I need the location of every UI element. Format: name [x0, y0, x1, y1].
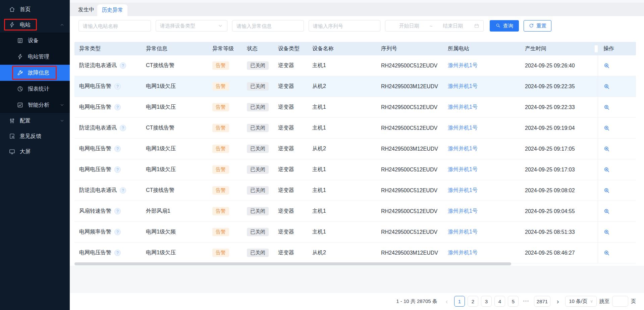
- page-button[interactable]: 4: [494, 296, 505, 307]
- page-button[interactable]: 2: [468, 296, 478, 307]
- zoom-in-icon[interactable]: [603, 250, 610, 256]
- sidebar-item-feedback[interactable]: 意见反馈: [0, 128, 70, 144]
- zoom-in-icon[interactable]: [603, 166, 610, 173]
- horizontal-scrollbar-thumb[interactable]: [74, 262, 511, 265]
- alarm-type-text: 电网电压告警: [79, 166, 111, 173]
- sidebar-item-big-screen[interactable]: 大屏: [0, 144, 70, 159]
- date-range-picker[interactable]: 开始日期 ~ 结束日期: [385, 20, 484, 32]
- station-link[interactable]: 滁州并机1号: [448, 249, 478, 256]
- serial-number-input[interactable]: [309, 20, 380, 32]
- cell-actions: [598, 208, 636, 215]
- help-icon[interactable]: ?: [114, 104, 121, 110]
- sidebar-item-station[interactable]: 电站: [0, 17, 70, 33]
- end-date-placeholder: 结束日期: [433, 23, 473, 29]
- alarm-type-text: 电网电压告警: [79, 145, 111, 152]
- table-row[interactable]: 电网频率告警?电网1级欠频告警已关闭逆变器主机1RH2429500C512EUD…: [74, 222, 636, 243]
- cell-created-time: 2024-09-25 08:51:33: [525, 229, 598, 235]
- help-icon[interactable]: ?: [114, 229, 121, 235]
- zoom-in-icon[interactable]: [603, 229, 610, 236]
- cell-device-name: 从机2: [312, 249, 381, 256]
- tab-occurring[interactable]: 发生中: [78, 3, 94, 16]
- station-name-input[interactable]: [78, 20, 151, 32]
- cell-serial-number: RH2429500C512EUDV: [381, 63, 448, 69]
- help-icon[interactable]: ?: [114, 146, 121, 152]
- station-link[interactable]: 滁州并机1号: [448, 62, 478, 69]
- sliders-icon: [9, 117, 15, 124]
- station-link[interactable]: 滁州并机1号: [448, 145, 478, 152]
- cell-alarm-info: 电网1级欠频: [146, 228, 212, 236]
- status-badge: 已关闭: [247, 249, 269, 257]
- cell-alarm-info: 电网1级欠压: [146, 83, 212, 90]
- zoom-in-icon[interactable]: [603, 62, 610, 69]
- bar-chart-icon: [17, 102, 23, 108]
- cell-alarm-info: 电网1级欠压: [146, 249, 212, 256]
- zoom-in-icon[interactable]: [603, 125, 610, 132]
- table-row[interactable]: 电网电压告警?电网1级欠压告警已关闭逆变器主机1RH2429500C512EUD…: [74, 159, 636, 180]
- zoom-in-icon[interactable]: [603, 208, 610, 215]
- tab-history-alarms[interactable]: 历史异常: [97, 4, 127, 16]
- station-link[interactable]: 滁州并机1号: [448, 166, 478, 173]
- help-icon[interactable]: ?: [114, 83, 121, 90]
- sidebar-item-config[interactable]: 配置: [0, 113, 70, 128]
- cell-alarm-level: 告警: [212, 207, 247, 215]
- station-link[interactable]: 滁州并机1号: [448, 228, 478, 236]
- help-icon[interactable]: ?: [114, 208, 121, 214]
- cell-alarm-info: CT接线告警: [146, 124, 212, 132]
- prev-page-button[interactable]: ‹: [442, 296, 451, 307]
- zoom-in-icon[interactable]: [603, 83, 610, 90]
- station-link[interactable]: 滁州并机1号: [448, 187, 478, 194]
- jump-to-page-input[interactable]: [612, 296, 628, 307]
- cell-station: 滁州并机1号: [448, 249, 525, 256]
- sidebar-item-device[interactable]: 设备: [0, 33, 70, 49]
- query-button-label: 查询: [503, 23, 513, 29]
- sidebar-item-report-stats[interactable]: 报表统计: [0, 81, 70, 97]
- device-type-select[interactable]: 请选择设备类型: [156, 20, 227, 32]
- table-row[interactable]: 防逆流电表通讯?CT接线告警告警已关闭逆变器主机1RH2429500C512EU…: [74, 55, 636, 76]
- sidebar-item-fault-info[interactable]: 故障信息: [0, 65, 70, 81]
- cell-alarm-level: 告警: [212, 82, 247, 91]
- zoom-in-icon[interactable]: [603, 146, 610, 152]
- zoom-in-icon[interactable]: [603, 104, 610, 111]
- table-row[interactable]: 防逆流电表通讯?CT接线告警告警已关闭逆变器主机1RH2429500C512EU…: [74, 180, 636, 201]
- chevron-down-icon: [218, 23, 223, 29]
- table-row[interactable]: 风扇转速告警?外部风扇1告警已关闭逆变器主机1RH2429500C512EUDV…: [74, 201, 636, 222]
- cell-alarm-type: 电网频率告警?: [79, 228, 146, 236]
- status-badge: 已关闭: [247, 186, 269, 195]
- help-icon[interactable]: ?: [114, 250, 121, 256]
- next-page-button[interactable]: ›: [553, 296, 562, 307]
- page-button[interactable]: 1: [454, 296, 465, 307]
- sidebar-item-station-management[interactable]: 电站管理: [0, 49, 70, 65]
- station-link[interactable]: 滁州并机1号: [448, 104, 478, 111]
- help-icon[interactable]: ?: [120, 187, 126, 194]
- station-link[interactable]: 滁州并机1号: [448, 208, 478, 215]
- table-row[interactable]: 电网电压告警?电网1级欠压告警已关闭逆变器从机2RH24295003M12EUD…: [74, 76, 636, 97]
- cell-status: 已关闭: [247, 103, 278, 111]
- help-icon[interactable]: ?: [114, 166, 121, 173]
- bolt-icon: [9, 21, 15, 28]
- alarm-level-badge: 告警: [212, 145, 229, 153]
- cell-alarm-type: 防逆流电表通讯?: [79, 62, 146, 69]
- sidebar-item-smart-analysis[interactable]: 智能分析: [0, 97, 70, 113]
- zoom-in-icon[interactable]: [603, 187, 610, 194]
- sidebar-item-home[interactable]: 首页: [0, 2, 70, 17]
- cell-status: 已关闭: [247, 207, 278, 215]
- table-row[interactable]: 防逆流电表通讯?CT接线告警告警已关闭逆变器主机1RH2429500C512EU…: [74, 118, 636, 139]
- last-page-button[interactable]: 2871: [534, 296, 550, 307]
- help-icon[interactable]: ?: [120, 125, 126, 131]
- station-link[interactable]: 滁州并机1号: [448, 83, 478, 90]
- cell-serial-number: RH2429500C512EUDV: [381, 104, 448, 110]
- help-icon[interactable]: ?: [120, 62, 126, 69]
- reset-button[interactable]: 重置: [524, 20, 551, 32]
- table-row[interactable]: 电网电压告警?电网1级欠压告警已关闭逆变器从机2RH24295003M12EUD…: [74, 243, 636, 263]
- cell-serial-number: RH24295003M12EUDV: [381, 146, 448, 152]
- table-row[interactable]: 电网电压告警?电网1级欠压告警已关闭逆变器主机1RH2429500C512EUD…: [74, 97, 636, 118]
- page-size-select[interactable]: 10 条/页 ∨: [565, 296, 597, 307]
- footer-bar: 1 - 10 共 28705 条 ‹ 12345 ••• 2871 › 10 条…: [70, 293, 644, 310]
- station-link[interactable]: 滁州并机1号: [448, 124, 478, 132]
- cell-actions: [598, 104, 636, 111]
- alarm-info-input[interactable]: [232, 20, 304, 32]
- table-row[interactable]: 电网电压告警?电网1级欠压告警已关闭逆变器从机2RH24295003M12EUD…: [74, 139, 636, 159]
- page-button[interactable]: 5: [508, 296, 519, 307]
- page-button[interactable]: 3: [481, 296, 492, 307]
- query-button[interactable]: 查询: [490, 20, 519, 32]
